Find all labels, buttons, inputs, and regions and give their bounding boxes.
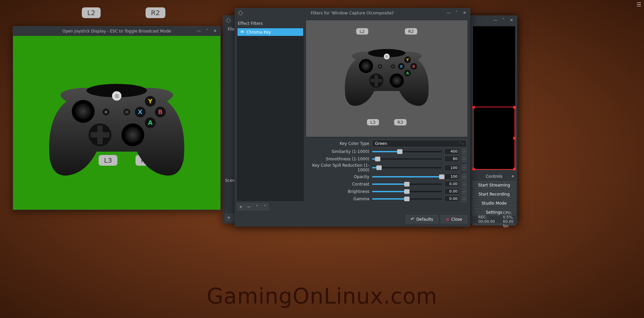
obs-preview[interactable] [473, 26, 516, 170]
start-streaming-button[interactable]: Start Streaming [473, 181, 516, 189]
status-cpu: CPU: 0.5%, 60.00 fps [503, 211, 514, 228]
gamma-slider[interactable] [372, 198, 442, 200]
svg-rect-24 [125, 112, 128, 112]
spill-stepper[interactable]: ˄˅ [462, 165, 467, 171]
selection-box[interactable] [473, 107, 515, 170]
r3-label: R3 [394, 119, 407, 125]
brightness-stepper[interactable]: ˄˅ [462, 189, 467, 195]
filter-item-label: Chroma Key [247, 30, 271, 35]
svg-point-30 [361, 61, 371, 71]
controller-icon: Y X B A Ⓧ [343, 47, 430, 110]
move-down-button[interactable]: ˅ [261, 203, 269, 210]
svg-rect-9 [91, 132, 109, 138]
row-brightness: Brightness 0.00 ˄˅ [306, 188, 467, 195]
smoothness-slider[interactable] [372, 158, 442, 160]
start-recording-button[interactable]: Start Recording [473, 190, 516, 198]
hamburger-icon[interactable]: ☰ [637, 1, 641, 8]
similarity-slider[interactable] [372, 151, 442, 152]
brightness-value[interactable]: 0.00 [444, 188, 459, 195]
effect-filters-header: Effect Filters [237, 20, 304, 27]
pin-icon[interactable]: ◆ [512, 174, 514, 178]
l2-label: L2 [82, 7, 101, 18]
svg-text:A: A [406, 71, 409, 75]
row-spill: Key Color Spill Reduction (1-1000) 100 ˄… [306, 163, 467, 172]
svg-rect-25 [125, 113, 128, 113]
spill-slider[interactable] [372, 167, 442, 168]
obs-statusbar: LIVE: 00:00:00 REC: 00:00:00 CPU: 0.5%, … [471, 216, 517, 223]
svg-rect-35 [371, 79, 382, 82]
obs-icon [238, 10, 243, 16]
svg-text:B: B [412, 64, 415, 69]
opacity-value[interactable]: 100 [444, 173, 459, 180]
r2-label: R2 [146, 7, 165, 18]
remove-filter-button[interactable]: − [245, 203, 253, 210]
opacity-stepper[interactable]: ˄˅ [462, 174, 467, 180]
obs-icon [226, 18, 231, 23]
chevron-updown-icon: ⌃⌄ [459, 141, 464, 145]
svg-rect-47 [379, 66, 381, 67]
svg-rect-50 [392, 66, 394, 66]
svg-text:Ⓧ: Ⓧ [115, 94, 119, 99]
defaults-button[interactable]: ↶Defaults [406, 215, 438, 223]
ojd-icon [16, 29, 21, 34]
watermark-text: GamingOnLinux.com [207, 284, 437, 309]
smoothness-value[interactable]: 80 [444, 156, 459, 162]
spill-value[interactable]: 100 [444, 165, 459, 171]
svg-text:Y: Y [148, 98, 153, 105]
svg-point-32 [392, 75, 402, 86]
smoothness-stepper[interactable]: ˄˅ [462, 156, 467, 162]
status-rec: REC: 00:00:00 [478, 215, 495, 224]
gamma-stepper[interactable]: ˄˅ [462, 196, 467, 202]
filter-item-chroma-key[interactable]: 👁 Chroma Key [237, 28, 303, 36]
svg-point-0 [226, 18, 231, 23]
maximize-icon[interactable]: ˄ [452, 9, 461, 16]
row-key-color-type: Key Color Type Green⌃⌄ [306, 140, 467, 147]
close-button[interactable]: ⊘Close [441, 215, 467, 223]
svg-text:X: X [400, 64, 403, 69]
similarity-value[interactable]: 400 [444, 148, 459, 155]
svg-text:B: B [158, 108, 163, 115]
filters-title: Filters for 'Window Capture (Xcomposite)… [311, 11, 394, 15]
filters-list[interactable]: 👁 Chroma Key [237, 28, 304, 201]
row-gamma: Gamma 0.00 ˄˅ [306, 196, 467, 202]
undo-icon: ↶ [411, 217, 414, 222]
add-scene-button[interactable]: + [225, 214, 232, 221]
contrast-slider[interactable] [372, 183, 442, 185]
maximize-icon[interactable]: ˄ [499, 16, 507, 24]
close-icon[interactable]: ✕ [507, 16, 516, 24]
move-up-button[interactable]: ˄ [253, 203, 261, 210]
r2-label: R2 [405, 28, 417, 35]
eye-icon[interactable]: 👁 [240, 30, 245, 35]
svg-rect-49 [392, 66, 394, 66]
minimize-icon[interactable]: — [444, 9, 452, 16]
studio-mode-button[interactable]: Studio Mode [473, 199, 516, 207]
row-smoothness: Smoothness (1-1000) 80 ˄˅ [306, 156, 467, 162]
add-filter-button[interactable]: + [237, 203, 245, 210]
filter-preview: L2 R2 L3 R3 Y X B A Ⓧ [306, 20, 468, 137]
svg-text:Ⓧ: Ⓧ [385, 55, 388, 58]
similarity-stepper[interactable]: ˄˅ [462, 149, 467, 155]
minimize-icon[interactable]: — [195, 27, 203, 35]
minimize-icon[interactable]: — [491, 16, 499, 24]
filters-dialog: Filters for 'Window Capture (Xcomposite)… [235, 8, 470, 226]
row-similarity: Similarity (1-1000) 400 ˄˅ [306, 148, 467, 155]
l2-label: L2 [356, 28, 368, 35]
obs-right-pane: — ˄ ✕ Controls◆ Start Streaming Start Re… [471, 15, 517, 223]
maximize-icon[interactable]: ˄ [203, 27, 211, 35]
opacity-slider[interactable] [372, 176, 442, 177]
close-x-icon: ⊘ [446, 217, 449, 222]
contrast-value[interactable]: 0.00 [444, 181, 459, 187]
l3-label: L3 [367, 119, 379, 125]
ojd-window: Open Joystick Display - ESC to Toggle Br… [13, 26, 221, 210]
gamma-value[interactable]: 0.00 [444, 196, 459, 202]
key-color-type-select[interactable]: Green⌃⌄ [372, 140, 467, 147]
contrast-stepper[interactable]: ˄˅ [462, 181, 467, 187]
controls-header: Controls◆ [473, 173, 516, 180]
close-icon[interactable]: ✕ [461, 9, 469, 16]
svg-point-4 [75, 103, 91, 119]
row-opacity: Opacity 100 ˄˅ [306, 173, 467, 180]
brightness-slider[interactable] [372, 191, 442, 192]
close-icon[interactable]: ✕ [211, 27, 219, 35]
svg-rect-21 [105, 111, 107, 113]
svg-text:A: A [148, 119, 153, 126]
